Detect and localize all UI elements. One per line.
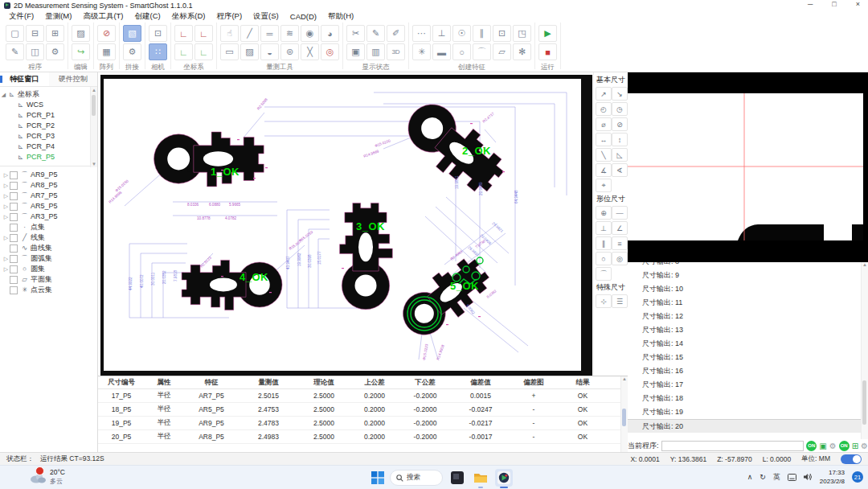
display-tool-3-button[interactable]: ✐ [387,25,405,42]
dim-width-button[interactable]: ↔ [596,133,612,146]
program-settings-button[interactable]: ⚙ [46,43,64,60]
expander-icon[interactable]: ▷ [2,191,10,201]
visibility-checkbox[interactable] [10,265,18,273]
taskbar-smartghost-app[interactable] [495,469,513,487]
special-list-button[interactable]: ☰ [612,294,628,308]
minimize-button[interactable]: ─ [808,0,813,8]
line-tool-button[interactable]: ╱ [240,25,259,42]
dim-slope-button[interactable]: ╲ [596,148,612,162]
axis-create-3-button[interactable]: ∟ [174,43,193,60]
save-program-button[interactable]: ⊟ [26,25,44,42]
menu-item-1[interactable]: 量测(M) [39,11,77,22]
output-item-11[interactable]: 尺寸输出: 19 [628,405,868,419]
output-item-10[interactable]: 尺寸输出: 18 [628,392,868,405]
current-program-input[interactable] [661,441,805,451]
output-item-4[interactable]: 尺寸输出: 12 [628,310,868,323]
camera-view[interactable] [628,72,868,262]
create-slot-button[interactable]: ▬ [432,43,451,60]
output-item-3[interactable]: 尺寸输出: 11 [628,296,868,310]
output-list-scrollbar[interactable]: ▲ [861,262,868,439]
display-image-button[interactable]: ▣ [346,43,365,60]
edit-program-button[interactable]: ✎ [6,43,24,60]
dim-angle-button[interactable]: ∡ [596,163,612,177]
speaker-icon[interactable] [804,473,813,481]
expander-icon[interactable]: ▷ [2,201,10,212]
camera-grid-button[interactable]: ∷ [149,43,167,60]
tree-item-曲线集[interactable]: ∿曲线集 [0,243,97,253]
cad-drawing[interactable]: R2.5008 64.9448 29.9689 19.9801 8.0336 6… [100,75,592,376]
display-tool-2-button[interactable]: ✎ [366,25,385,42]
touch-probe-tool-button[interactable]: ☝ [220,25,239,42]
dim-clock-angle-button[interactable]: ◴ [596,102,612,116]
menu-item-2[interactable]: 高级工具(T) [77,11,129,22]
ime-indicator[interactable]: 英 [773,472,780,483]
visibility-checkbox[interactable] [10,244,18,253]
dim-height-button[interactable]: ↕ [612,133,628,146]
create-circle-leader-button[interactable]: ☉ [452,25,471,42]
expander-icon[interactable]: ▷ [2,253,10,264]
cad-canvas[interactable]: R2.5008 64.9448 29.9689 19.9801 8.0336 6… [98,72,593,376]
visibility-checkbox[interactable] [10,171,18,179]
pos-roundness-button[interactable]: ○ [596,252,612,265]
create-point-line-button[interactable]: ⋯ [412,25,431,42]
tree-item-圆弧集[interactable]: ▷⌒圆弧集 [0,253,97,264]
tree-root-coordinate-system[interactable]: ◢⊾坐标系 [0,89,97,100]
rect-tool-button[interactable]: ▭ [220,43,239,60]
pos-angularity-button[interactable]: ∠ [612,221,628,235]
create-arc-button[interactable]: ⌒ [473,43,491,60]
menu-item-0[interactable]: 文件(F) [3,11,39,22]
special-distance-button[interactable]: ⊹ [596,294,612,308]
tree-item-PCR_P4[interactable]: ⊾PCR_P4 [0,142,97,152]
menu-item-7[interactable]: CAD(D) [285,12,322,21]
pos-symmetry-button[interactable]: ≡ [612,236,628,250]
tree-item-线集[interactable]: ▷╱线集 [0,232,97,243]
export-program-button[interactable]: ⊞ [46,25,64,42]
taskbar-app-dark[interactable] [448,469,466,487]
output-item-6[interactable]: 尺寸输出: 14 [628,337,868,351]
display-3d-button[interactable]: 3D [387,43,405,60]
tab-hardware-control[interactable]: 硬件控制 [49,72,98,86]
output-item-1[interactable]: 尺寸输出: 9 [628,269,868,282]
unit-toggle[interactable] [841,454,862,464]
expander-icon[interactable]: ▷ [2,212,10,222]
overlay-toggle-on[interactable]: ON [806,441,817,451]
expander-icon[interactable]: ▷ [2,170,10,180]
output-item-5[interactable]: 尺寸输出: 13 [628,323,868,337]
tree-item-PCR_P2[interactable]: ⊾PCR_P2 [0,121,97,131]
tray-sync-icon[interactable]: ↻ [760,473,766,481]
axis-create-2-button[interactable]: ∟ [194,25,213,42]
tree-item-AR9_P5[interactable]: ▷⌒AR9_P5 [0,170,97,180]
menu-item-8[interactable]: 帮助(H) [322,11,359,22]
visibility-checkbox[interactable] [10,234,18,242]
pos-position-button[interactable]: ⊕ [596,206,612,220]
create-rect-corner-button[interactable]: ◳ [513,25,531,42]
camera-toggle-on[interactable]: ON [839,441,850,451]
taskbar-file-explorer[interactable] [472,469,489,487]
redo-button[interactable]: ↪ [72,43,90,60]
tree-item-AR5_P5[interactable]: ▷⌒AR5_P5 [0,201,97,212]
taskbar-clock[interactable]: 17:33 2023/2/8 [820,468,845,486]
dim-point-distance-alt-button[interactable]: ↘ [612,87,628,101]
hatch-tool-button[interactable]: ▨ [240,43,259,60]
visibility-checkbox[interactable] [10,203,18,211]
axis-create-4-button[interactable]: ∟ [194,43,213,60]
new-program-button[interactable]: ▢ [6,25,24,42]
output-item-0[interactable]: 尺寸输出: 8 [628,262,868,269]
output-item-12[interactable]: 尺寸输出: 20 [628,419,868,433]
array-chart-button[interactable]: ▦ [97,43,116,60]
menu-item-6[interactable]: 设置(S) [248,11,285,22]
visibility-checkbox[interactable] [10,224,18,232]
camera-frame-button[interactable]: ⊡ [149,25,167,42]
stop-button[interactable]: ■ [538,43,557,60]
scan-tool-button[interactable]: ⊚ [280,43,299,60]
pos-perpendicularity-button[interactable]: ⊥ [596,221,612,235]
display-tool-1-button[interactable]: ✂ [346,25,365,42]
run-button[interactable]: ▶ [538,25,557,42]
dim-clock-angle-alt-button[interactable]: ◷ [612,102,628,116]
visibility-checkbox[interactable] [10,276,18,284]
create-point-cloud-button[interactable]: ✻ [513,43,531,60]
taskbar-weather[interactable]: 20°C 多云 [29,468,65,486]
tree-item-PCR_P1[interactable]: ⊾PCR_P1 [0,110,97,121]
image-overlay-icon[interactable]: ▣ [819,442,826,450]
filled-circle-tool-button[interactable]: ◉ [301,25,319,42]
